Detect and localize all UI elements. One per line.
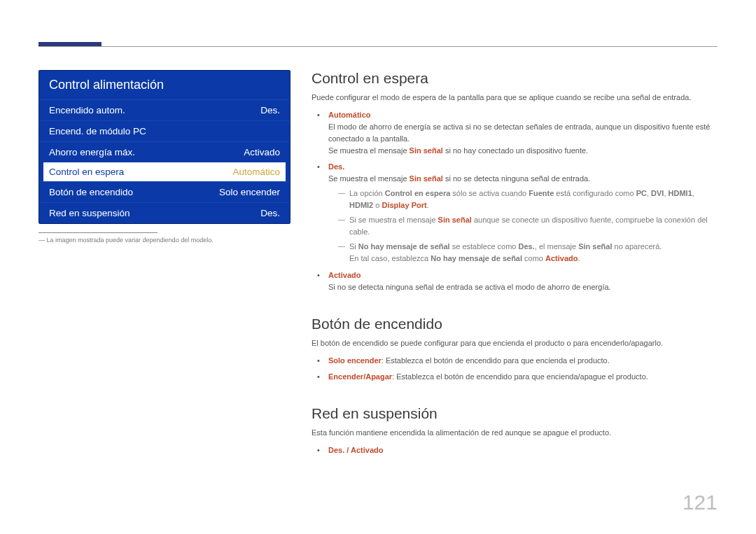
text: si no se detecta ninguna señal de entrad… (443, 174, 590, 183)
bold-text: Activado (545, 254, 578, 262)
bold-text: Display Port (382, 201, 426, 209)
dash-item: Si se muestra el mensaje Sin señal aunqu… (341, 214, 718, 238)
bold-text: DVI (651, 189, 664, 197)
text: si no hay conectado un dispositivo fuent… (443, 146, 588, 155)
dash-list: La opción Control en espera sólo se acti… (328, 188, 718, 265)
text: o (373, 201, 382, 209)
text: sólo se activa cuando (450, 189, 528, 197)
section-intro: El botón de encendido se puede configura… (312, 338, 718, 349)
text: El modo de ahorro de energía se activa s… (328, 122, 710, 143)
bullet-item: Des. / Activado (321, 444, 718, 456)
text: Si (349, 242, 358, 251)
accent-label: Automático (328, 111, 371, 119)
menu-item-label: Ahorro energía máx. (49, 147, 135, 157)
menu-item-value: Activado (244, 147, 280, 157)
bullet-item: Encender/Apagar: Establezca el botón de … (321, 371, 718, 383)
bold-text: Sin señal (438, 216, 472, 224)
bold-text: Sin señal (410, 146, 443, 155)
bullet-item: Solo encender: Establezca el botón de en… (321, 355, 718, 367)
bullet-activado: Activado Si no se detecta ninguna señal … (321, 269, 718, 293)
text: Si no se detecta ninguna señal de entrad… (328, 283, 611, 291)
dash-item: La opción Control en espera sólo se acti… (341, 188, 718, 211)
text: . (578, 254, 580, 262)
text: como (522, 254, 545, 262)
footnote-rule (38, 232, 158, 233)
section-heading-red-en-suspension: Red en suspensión (312, 405, 718, 422)
menu-item-boton-de-encendido[interactable]: Botón de encendido Solo encender (39, 181, 290, 202)
page-content: Control alimentación Encendido autom. De… (38, 70, 718, 469)
text: Se muestra el mensaje (328, 146, 410, 155)
page-number: 121 (682, 491, 718, 514)
bold-text: HDMI2 (349, 201, 373, 209)
bullet-des: Des. Se muestra el mensaje Sin señal si … (321, 161, 718, 265)
section-heading-control-en-espera: Control en espera (312, 70, 718, 87)
menu-item-label: Encendido autom. (49, 105, 125, 115)
bold-text: No hay mensaje de señal (430, 254, 522, 262)
section-heading-boton-de-encendido: Botón de encendido (312, 316, 718, 332)
accent-label: Encender/Apagar (328, 372, 392, 381)
menu-item-encend-modulo-pc[interactable]: Encend. de módulo PC (39, 120, 290, 141)
menu-item-ahorro-energia-max[interactable]: Ahorro energía máx. Activado (39, 141, 290, 162)
menu-item-label: Red en suspensión (49, 208, 130, 218)
menu-item-value: Des. (260, 208, 280, 218)
left-column: Control alimentación Encendido autom. De… (38, 70, 290, 469)
menu-item-label: Botón de encendido (49, 187, 133, 197)
menu-panel: Control alimentación Encendido autom. De… (38, 70, 290, 224)
accent-label: Solo encender (328, 356, 382, 365)
menu-item-value: Des. (260, 105, 280, 115)
dash-item: Si No hay mensaje de señal se establece … (341, 241, 718, 265)
bullet-list: Automático El modo de ahorro de energía … (312, 109, 718, 293)
menu-item-control-en-espera[interactable]: Control en espera Automático (43, 162, 286, 181)
text: En tal caso, establezca (349, 254, 430, 262)
bold-text: Control en espera (385, 189, 451, 197)
bold-text: HDMI1 (668, 189, 692, 197)
bold-text: Sin señal (578, 242, 612, 251)
menu-item-value: Automático (232, 167, 280, 177)
text: se establece como (450, 242, 519, 251)
text: está configurado como (554, 189, 636, 197)
text: La opción (349, 189, 385, 197)
accent-label: Des. / Activado (328, 446, 383, 454)
section-intro: Puede configurar el modo de espera de la… (312, 92, 718, 104)
bold-text: PC (636, 189, 647, 197)
text: Si se muestra el mensaje (349, 216, 438, 224)
menu-panel-title: Control alimentación (39, 71, 290, 99)
bold-text: No hay mensaje de señal (358, 242, 450, 251)
text: : Establezca el botón de encendido para … (382, 356, 610, 365)
text: . (427, 201, 429, 209)
section-intro: Esta función mantiene encendida la alime… (312, 428, 718, 439)
text: no aparecerá. (612, 242, 662, 251)
menu-item-label: Control en espera (49, 167, 124, 177)
right-column: Control en espera Puede configurar el mo… (312, 70, 718, 469)
bold-text: Des. (519, 242, 535, 251)
menu-item-label: Encend. de módulo PC (49, 126, 146, 136)
bold-text: Sin señal (410, 174, 443, 183)
text: Se muestra el mensaje (328, 174, 410, 183)
bold-text: Fuente (528, 189, 554, 197)
accent-label: Des. (328, 162, 344, 171)
text: , (692, 189, 694, 197)
text: , el mensaje (535, 242, 578, 251)
menu-item-red-en-suspension[interactable]: Red en suspensión Des. (39, 202, 290, 223)
accent-label: Activado (328, 271, 360, 279)
bullet-automatico: Automático El modo de ahorro de energía … (321, 109, 718, 157)
footnote-text: ― La imagen mostrada puede variar depend… (38, 237, 290, 244)
text: : Establezca el botón de encendido para … (392, 372, 648, 381)
menu-item-value: Solo encender (219, 187, 280, 197)
bullet-list: Des. / Activado (312, 444, 718, 456)
header-rule (38, 46, 718, 47)
menu-item-encendido-autom[interactable]: Encendido autom. Des. (39, 99, 290, 120)
bullet-list: Solo encender: Establezca el botón de en… (312, 355, 718, 383)
